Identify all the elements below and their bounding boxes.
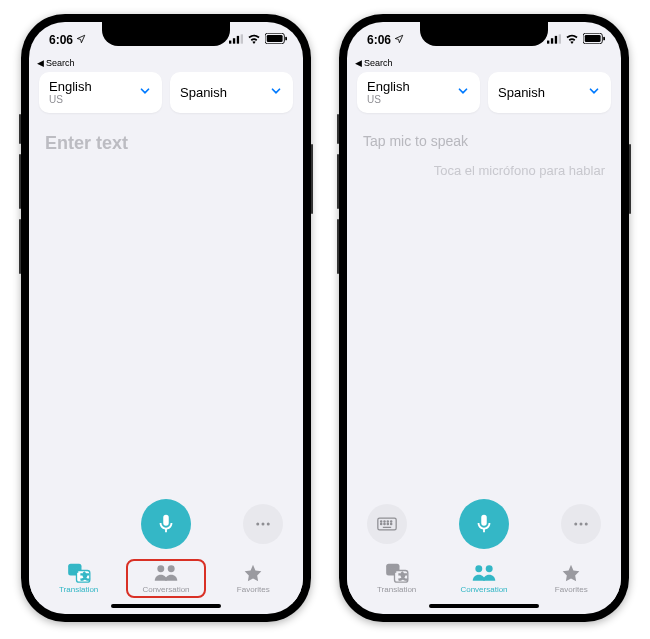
tab-translation-label: Translation: [377, 585, 416, 594]
chevron-left-icon: ◀: [355, 58, 362, 68]
svg-text:文: 文: [397, 572, 406, 581]
back-to-search[interactable]: ◀ Search: [347, 58, 621, 68]
star-icon: [242, 563, 264, 583]
wifi-icon: [565, 33, 579, 47]
phone-right: 6:06 ◀ Search: [339, 14, 629, 622]
status-time: 6:06: [49, 33, 73, 47]
tab-favorites[interactable]: Favorites: [528, 559, 615, 598]
cellular-icon: [229, 33, 243, 47]
svg-point-27: [391, 521, 392, 522]
tab-bar: A文 Translation Conversation Favorites: [29, 553, 303, 602]
source-language-region: US: [367, 94, 410, 105]
tab-translation[interactable]: A文 Translation: [35, 559, 122, 598]
back-label: Search: [46, 58, 75, 68]
tab-conversation[interactable]: Conversation: [122, 559, 209, 598]
screen-right: 6:06 ◀ Search: [347, 22, 621, 614]
tab-favorites-label: Favorites: [555, 585, 588, 594]
microphone-icon: [155, 513, 177, 535]
svg-rect-19: [559, 34, 561, 43]
svg-rect-22: [603, 37, 605, 41]
svg-rect-2: [237, 36, 239, 44]
conversation-icon: [471, 563, 497, 583]
svg-rect-21: [585, 35, 601, 42]
wifi-icon: [247, 33, 261, 47]
more-options-button[interactable]: [561, 504, 601, 544]
target-language-select[interactable]: Spanish: [170, 72, 293, 113]
chevron-down-icon: [456, 84, 470, 101]
svg-point-34: [580, 523, 583, 526]
home-indicator[interactable]: [429, 604, 539, 608]
more-options-button[interactable]: [243, 504, 283, 544]
svg-rect-18: [555, 36, 557, 44]
svg-rect-0: [229, 41, 231, 44]
svg-text:A: A: [390, 565, 396, 574]
tutorial-highlight: [126, 559, 205, 598]
svg-point-31: [391, 523, 392, 524]
svg-text:A: A: [72, 565, 78, 574]
source-language-name: English: [49, 80, 92, 94]
battery-icon: [583, 33, 605, 47]
chevron-left-icon: ◀: [37, 58, 44, 68]
source-language-select[interactable]: English US: [39, 72, 162, 113]
screen-left: 6:06 ◀ Search: [29, 22, 303, 614]
translation-icon: A文: [67, 563, 91, 583]
tab-conversation[interactable]: Conversation: [440, 559, 527, 598]
svg-rect-3: [241, 34, 243, 43]
microphone-button[interactable]: [141, 499, 191, 549]
target-language-name: Spanish: [180, 86, 227, 100]
svg-point-28: [381, 523, 382, 524]
svg-text:文: 文: [79, 572, 88, 581]
back-to-search[interactable]: ◀ Search: [29, 58, 303, 68]
cellular-icon: [547, 33, 561, 47]
svg-point-30: [387, 523, 388, 524]
svg-point-7: [256, 523, 259, 526]
notch: [420, 22, 548, 46]
svg-point-8: [262, 523, 265, 526]
translation-content-area[interactable]: Enter text: [29, 123, 303, 491]
text-input-placeholder: Enter text: [45, 133, 287, 154]
chevron-down-icon: [138, 84, 152, 101]
speak-prompt-target: Toca el micrófono para hablar: [363, 163, 605, 178]
keyboard-input-button[interactable]: [367, 504, 407, 544]
star-icon: [560, 563, 582, 583]
tab-favorites-label: Favorites: [237, 585, 270, 594]
tab-translation-label: Translation: [59, 585, 98, 594]
svg-point-25: [384, 521, 385, 522]
bottom-controls: [29, 491, 303, 553]
svg-rect-16: [547, 41, 549, 44]
tab-favorites[interactable]: Favorites: [210, 559, 297, 598]
svg-rect-5: [267, 35, 283, 42]
keyboard-icon: [377, 517, 397, 531]
location-icon: [76, 33, 86, 47]
svg-point-29: [384, 523, 385, 524]
svg-point-33: [574, 523, 577, 526]
back-label: Search: [364, 58, 393, 68]
microphone-button[interactable]: [459, 499, 509, 549]
notch: [102, 22, 230, 46]
svg-rect-6: [285, 37, 287, 41]
svg-point-9: [267, 523, 270, 526]
translation-icon: A文: [385, 563, 409, 583]
svg-point-41: [486, 565, 493, 572]
home-indicator[interactable]: [111, 604, 221, 608]
source-language-name: English: [367, 80, 410, 94]
battery-icon: [265, 33, 287, 47]
tab-translation[interactable]: A文 Translation: [353, 559, 440, 598]
source-language-select[interactable]: English US: [357, 72, 480, 113]
conversation-content-area: Tap mic to speak Toca el micrófono para …: [347, 123, 621, 491]
language-selector-row: English US Spanish: [347, 68, 621, 123]
tab-bar: A文 Translation Conversation Favorites: [347, 553, 621, 602]
svg-point-26: [387, 521, 388, 522]
location-icon: [394, 33, 404, 47]
microphone-icon: [473, 513, 495, 535]
svg-rect-1: [233, 38, 235, 43]
svg-point-35: [585, 523, 588, 526]
status-time: 6:06: [367, 33, 391, 47]
svg-point-24: [381, 521, 382, 522]
tab-conversation-label: Conversation: [460, 585, 507, 594]
language-selector-row: English US Spanish: [29, 68, 303, 123]
phone-left: 6:06 ◀ Search: [21, 14, 311, 622]
speak-prompt-source: Tap mic to speak: [363, 133, 605, 149]
bottom-controls: [347, 491, 621, 553]
target-language-select[interactable]: Spanish: [488, 72, 611, 113]
